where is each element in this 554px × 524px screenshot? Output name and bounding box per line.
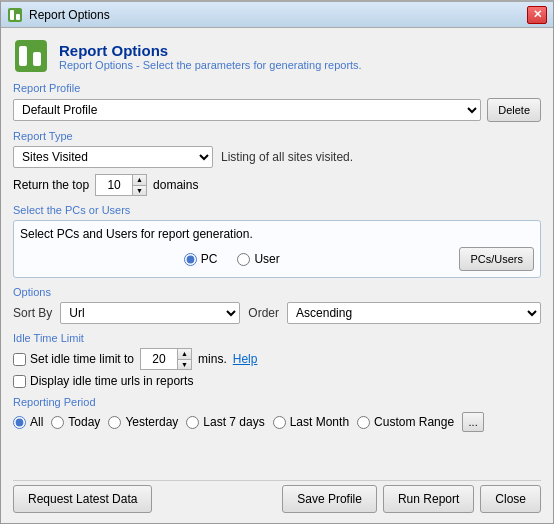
select-pcs-box: Select PCs and Users for report generati… bbox=[13, 220, 541, 278]
title-bar: Report Options ✕ bbox=[1, 2, 553, 28]
period-today-radio[interactable] bbox=[51, 416, 64, 429]
report-type-section: Report Type Sites Visited Listing of all… bbox=[13, 130, 541, 196]
domains-label: domains bbox=[153, 178, 198, 192]
report-profile-section: Report Profile Default Profile Delete bbox=[13, 82, 541, 122]
pc-radio-text: PC bbox=[201, 252, 218, 266]
spinner-up-button[interactable]: ▲ bbox=[133, 175, 146, 186]
period-row: All Today Yesterday Last 7 days Last Mon… bbox=[13, 412, 541, 432]
svg-rect-1 bbox=[10, 10, 14, 20]
pc-radio[interactable] bbox=[184, 253, 197, 266]
period-lastmonth-label[interactable]: Last Month bbox=[273, 415, 349, 429]
sort-row: Sort By Url Order Ascending bbox=[13, 302, 541, 324]
reporting-period-section: Reporting Period All Today Yesterday Las… bbox=[13, 396, 541, 432]
report-options-window: Report Options ✕ Report Options Report O… bbox=[0, 0, 554, 524]
sort-by-select[interactable]: Url bbox=[60, 302, 240, 324]
report-type-label: Report Type bbox=[13, 130, 541, 142]
top-spinner[interactable]: ▲ ▼ bbox=[95, 174, 147, 196]
radio-group: PC User bbox=[20, 252, 443, 266]
mins-label: mins. bbox=[198, 352, 227, 366]
period-today-label[interactable]: Today bbox=[51, 415, 100, 429]
period-yesterday-text: Yesterday bbox=[125, 415, 178, 429]
idle-time-label: Idle Time Limit bbox=[13, 332, 541, 344]
period-last7-label[interactable]: Last 7 days bbox=[186, 415, 264, 429]
user-radio[interactable] bbox=[237, 253, 250, 266]
svg-rect-4 bbox=[19, 46, 27, 66]
top-row: Return the top ▲ ▼ domains bbox=[13, 174, 541, 196]
idle-checkbox-2[interactable] bbox=[13, 375, 26, 388]
window-icon bbox=[7, 7, 23, 23]
footer-row: Request Latest Data Save Profile Run Rep… bbox=[13, 480, 541, 513]
footer-right: Save Profile Run Report Close bbox=[282, 485, 541, 513]
period-custom-radio[interactable] bbox=[357, 416, 370, 429]
idle-spinner-down-button[interactable]: ▼ bbox=[178, 360, 191, 370]
window-close-button[interactable]: ✕ bbox=[527, 6, 547, 24]
select-pcs-description: Select PCs and Users for report generati… bbox=[20, 227, 534, 241]
select-pcs-section: Select the PCs or Users Select PCs and U… bbox=[13, 204, 541, 278]
period-lastmonth-radio[interactable] bbox=[273, 416, 286, 429]
period-all-label[interactable]: All bbox=[13, 415, 43, 429]
idle-spinner-up-button[interactable]: ▲ bbox=[178, 349, 191, 360]
save-profile-button[interactable]: Save Profile bbox=[282, 485, 377, 513]
top-value-input[interactable] bbox=[96, 175, 132, 195]
idle-spinner[interactable]: ▲ ▼ bbox=[140, 348, 192, 370]
period-yesterday-label[interactable]: Yesterday bbox=[108, 415, 178, 429]
idle-checkbox-1-text: Set idle time limit to bbox=[30, 352, 134, 366]
period-last7-radio[interactable] bbox=[186, 416, 199, 429]
user-radio-label[interactable]: User bbox=[237, 252, 279, 266]
sort-by-label: Sort By bbox=[13, 306, 52, 320]
period-custom-text: Custom Range bbox=[374, 415, 454, 429]
idle-checkbox-1-label[interactable]: Set idle time limit to bbox=[13, 352, 134, 366]
idle-checkbox-2-text: Display idle time urls in reports bbox=[30, 374, 193, 388]
period-all-text: All bbox=[30, 415, 43, 429]
options-label: Options bbox=[13, 286, 541, 298]
report-profile-label: Report Profile bbox=[13, 82, 541, 94]
svg-rect-5 bbox=[33, 52, 41, 66]
period-last7-text: Last 7 days bbox=[203, 415, 264, 429]
help-link[interactable]: Help bbox=[233, 352, 258, 366]
delete-button[interactable]: Delete bbox=[487, 98, 541, 122]
report-type-description: Listing of all sites visited. bbox=[221, 150, 353, 164]
period-custom-label[interactable]: Custom Range bbox=[357, 415, 454, 429]
header-text-block: Report Options Report Options - Select t… bbox=[59, 42, 362, 71]
request-latest-data-button[interactable]: Request Latest Data bbox=[13, 485, 152, 513]
header-title: Report Options bbox=[59, 42, 362, 59]
idle-checkbox-2-label[interactable]: Display idle time urls in reports bbox=[13, 374, 193, 388]
header-section: Report Options Report Options - Select t… bbox=[13, 38, 541, 74]
idle-checkbox-1[interactable] bbox=[13, 353, 26, 366]
period-lastmonth-text: Last Month bbox=[290, 415, 349, 429]
profile-select[interactable]: Default Profile bbox=[13, 99, 481, 121]
idle-row-2: Display idle time urls in reports bbox=[13, 374, 541, 388]
window-title: Report Options bbox=[29, 8, 527, 22]
options-section: Options Sort By Url Order Ascending bbox=[13, 286, 541, 324]
pc-radio-label[interactable]: PC bbox=[184, 252, 218, 266]
idle-value-input[interactable] bbox=[141, 349, 177, 369]
period-yesterday-radio[interactable] bbox=[108, 416, 121, 429]
svg-rect-2 bbox=[16, 14, 20, 20]
pc-users-row: PC User PCs/Users bbox=[20, 247, 534, 271]
header-icon bbox=[13, 38, 49, 74]
report-type-row: Sites Visited Listing of all sites visit… bbox=[13, 146, 541, 168]
order-label: Order bbox=[248, 306, 279, 320]
report-type-select[interactable]: Sites Visited bbox=[13, 146, 213, 168]
report-profile-row: Default Profile Delete bbox=[13, 98, 541, 122]
order-select[interactable]: Ascending bbox=[287, 302, 541, 324]
idle-spinner-arrows: ▲ ▼ bbox=[177, 349, 191, 369]
header-subtitle: Report Options - Select the parameters f… bbox=[59, 59, 362, 71]
content-area: Report Options Report Options - Select t… bbox=[1, 28, 553, 523]
run-report-button[interactable]: Run Report bbox=[383, 485, 474, 513]
return-top-label: Return the top bbox=[13, 178, 89, 192]
idle-time-section: Idle Time Limit Set idle time limit to ▲… bbox=[13, 332, 541, 388]
reporting-period-label: Reporting Period bbox=[13, 396, 541, 408]
spinner-down-button[interactable]: ▼ bbox=[133, 186, 146, 196]
period-today-text: Today bbox=[68, 415, 100, 429]
period-all-radio[interactable] bbox=[13, 416, 26, 429]
pcs-users-button[interactable]: PCs/Users bbox=[459, 247, 534, 271]
idle-row-1: Set idle time limit to ▲ ▼ mins. Help bbox=[13, 348, 541, 370]
user-radio-text: User bbox=[254, 252, 279, 266]
spinner-arrows: ▲ ▼ bbox=[132, 175, 146, 195]
select-pcs-label: Select the PCs or Users bbox=[13, 204, 541, 216]
close-button[interactable]: Close bbox=[480, 485, 541, 513]
period-ellipsis-button[interactable]: ... bbox=[462, 412, 484, 432]
